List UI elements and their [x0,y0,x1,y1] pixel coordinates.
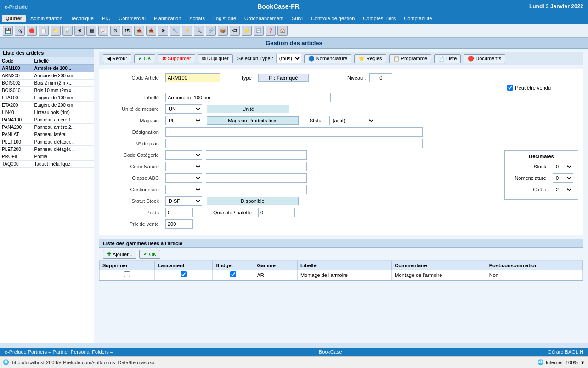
col-supprimer: Supprimer [100,261,155,270]
budget-checkbox[interactable] [230,271,236,277]
tool-import[interactable]: 📥 [146,26,156,36]
gestionnaire-text[interactable] [206,185,307,194]
menu-item-comptes[interactable]: Comptes Tiers [359,15,399,22]
menu-item-logistique[interactable]: Logistique [209,15,240,22]
article-row[interactable]: BOIS002Bois 2 mm (2m x... [0,80,94,87]
article-row[interactable]: BOIS010Bois 10 mm (2m x... [0,87,94,94]
article-row[interactable]: ARM100Armoire de 100... [0,65,94,72]
tool-map[interactable]: 🗺 [122,26,132,36]
regles-button[interactable]: ⭐ Règles [354,54,386,63]
tool-lightning[interactable]: ⚡ [182,26,192,36]
tool-grid[interactable]: ▦ [86,26,96,36]
magasin-select[interactable]: PF [165,116,202,125]
menu-item-achats[interactable]: Achats [186,15,209,22]
article-row[interactable]: PANLATPanneau latéral [0,131,94,138]
tool-question[interactable]: ❓ [266,26,276,36]
browser-zoom: 100% ▼ [565,360,585,365]
gamme-budget[interactable] [213,270,254,280]
tool-box[interactable]: 📦 [218,26,228,36]
tool-gear[interactable]: ⚙ [74,26,85,36]
delete-button[interactable]: ✖ Supprimer [158,54,195,63]
supprimer-checkbox[interactable] [124,271,130,277]
tool-clipboard[interactable]: 📋 [39,26,49,36]
tool-chart[interactable]: 📊 [62,26,73,36]
documents-button[interactable]: 🔴 Documents [464,54,505,63]
tool-export[interactable]: 📤 [134,26,144,36]
programme-button[interactable]: 📋 Programme [389,54,431,63]
nomenclature-decimales-select[interactable]: 0 [553,173,573,183]
nomenclature-button[interactable]: 🔵 Nomenclature [304,54,351,63]
code-categorie-select[interactable] [165,150,202,160]
article-row[interactable]: PANA200Panneau arrière 2... [0,124,94,131]
no-plan-input[interactable] [165,139,423,148]
article-row[interactable]: PLET100Panneau d'étagèr... [0,138,94,146]
article-row[interactable]: LIN40Linteau bois (4m) [0,109,94,116]
code-nature-text[interactable] [206,162,307,171]
gestionnaire-select[interactable] [165,185,202,194]
menu-item-comptabilite[interactable]: Comptabilité [400,15,435,22]
row-poids: Poids : Quantité / palette : [104,208,578,217]
liste-button[interactable]: 📄 Liste [434,54,461,63]
lancement-checkbox[interactable] [181,271,187,277]
tool-red[interactable]: 🔴 [27,26,37,36]
tool-refresh[interactable]: 🔄 [254,26,264,36]
tool-circle[interactable]: ⊙ [110,26,120,36]
gamme-supprimer[interactable] [100,270,155,280]
quantite-palette-input[interactable] [258,208,295,217]
tool-folder[interactable]: 📁 [51,26,61,36]
code-nature-select[interactable] [165,162,202,171]
couts-decimales-select[interactable]: 2 [553,185,573,194]
article-row[interactable]: ETA100Etagère de 100 cm [0,94,94,102]
stock-decimales-select[interactable]: 0 [553,162,573,171]
menu-item-administration[interactable]: Administration [27,15,66,22]
tool-link[interactable]: 🔗 [206,26,216,36]
menu-item-controle[interactable]: Contrôle de gestion [307,15,358,22]
tool-search[interactable]: 🔍 [194,26,204,36]
article-row[interactable]: PANA100Panneau arrière 1... [0,116,94,124]
designation-input[interactable] [165,127,423,137]
tool-tag[interactable]: 🏷 [230,26,240,36]
article-code: PANA100 [0,116,33,124]
peut-etre-vendu-checkbox[interactable] [507,85,513,91]
menu-item-ordonnancement[interactable]: Ordonnancement [241,15,287,22]
menu-item-suivi[interactable]: Suivi [288,15,306,22]
tool-wrench[interactable]: 🔧 [170,26,180,36]
tool-save[interactable]: 💾 [3,26,13,36]
gammes-add-button[interactable]: ✚ Ajouter... [103,250,136,259]
classe-abc-select[interactable] [165,173,202,183]
poids-input[interactable] [165,208,193,217]
menu-item-planification[interactable]: Planification [150,15,185,22]
prix-vente-input[interactable] [165,219,193,229]
selection-type-select[interactable]: (tous) [276,54,301,63]
code-article-input[interactable] [165,73,220,82]
classe-abc-label: Classe ABC : [104,175,164,181]
niveau-input[interactable] [369,73,392,82]
tool-print[interactable]: 🖨 [15,26,25,36]
code-categorie-text[interactable] [206,150,307,160]
tool-home[interactable]: 🏠 [277,26,288,36]
article-row[interactable]: PLET200Panneau d'étagèr... [0,146,94,153]
statut-select[interactable]: (actif) [329,116,375,125]
unite-mesure-select[interactable]: UN [165,104,202,114]
statut-stock-select[interactable]: DISP [165,196,202,206]
menu-item-commercial[interactable]: Commercial [115,15,149,22]
gamme-lancement[interactable] [155,270,213,280]
tool-settings2[interactable]: ⚙ [158,26,168,36]
tool-barchart[interactable]: 📈 [98,26,108,36]
peut-etre-vendu-checkbox-label[interactable]: Peut être vendu [507,85,551,91]
article-row[interactable]: PROFILProfilé [0,153,94,161]
duplicate-button[interactable]: ⧉ Dupliquer [198,54,233,63]
libelle-input[interactable] [165,93,331,102]
menu-item-quitter[interactable]: Quitter [2,15,26,22]
back-button[interactable]: ◀ Retour [103,54,131,63]
article-row[interactable]: TAQ000Taquet métallique [0,161,94,168]
gammes-ok-button[interactable]: ✔ OK [139,250,160,259]
ok-button[interactable]: ✔ OK [134,54,155,63]
tool-star[interactable]: ⭐ [242,26,252,36]
article-row[interactable]: ARM200Armoire de 200 cm [0,72,94,80]
internet-zone-icon: 🌐 [537,359,544,365]
article-row[interactable]: ETA200Etagère de 200 cm [0,102,94,109]
menu-item-technique[interactable]: Technique [67,15,97,22]
classe-abc-text[interactable] [206,173,307,183]
menu-item-pic[interactable]: PIC [98,15,114,22]
